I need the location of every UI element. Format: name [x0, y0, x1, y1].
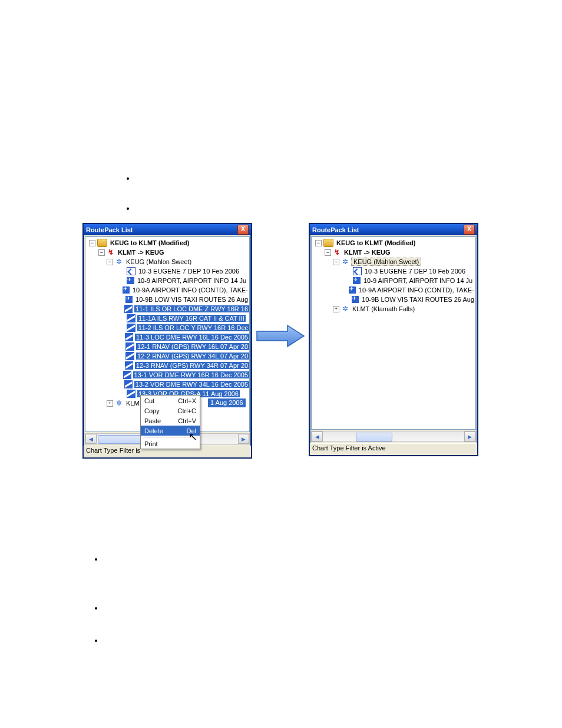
menu-item-print[interactable]: Print [141, 439, 200, 449]
tree-chart[interactable]: 11-1A ILS RWY 16R CAT II & CAT III [87, 314, 249, 323]
tree-label: 11-1A ILS RWY 16R CAT II & CAT III [137, 315, 246, 322]
menu-label: Paste [144, 417, 178, 424]
tree-view[interactable]: KEUG to KLMT (Modified) ↯ KLMT -> KEUG ✲… [311, 236, 476, 430]
scroll-left-button[interactable]: ◀ [85, 434, 97, 444]
expander-icon[interactable] [107, 400, 113, 407]
tree-chart[interactable]: 12-3 RNAV (GPS) RWY 34R 07 Apr 20 [87, 361, 249, 370]
tree-chart[interactable]: 12-1 RNAV (GPS) RWY 16L 07 Apr 20 [87, 342, 249, 351]
tree-label: 10-9A AIRPORT INFO (CONTD), TAKE- [358, 286, 475, 294]
expander-icon[interactable] [89, 240, 95, 246]
scroll-track[interactable] [323, 432, 464, 441]
horizontal-scrollbar[interactable]: ◀ ▶ [311, 431, 476, 442]
tree-airport[interactable]: ✲ KEUG (Mahlon Sweet) [313, 257, 475, 266]
menu-item-delete[interactable]: DeleteDel [141, 426, 200, 436]
tree-chart[interactable]: 10-9A AIRPORT INFO (CONTD), TAKE- [313, 285, 475, 295]
close-button[interactable]: X [464, 225, 475, 235]
menu-shortcut: Ctrl+X [178, 397, 196, 404]
tree-chart[interactable]: 10-3 EUGENE 7 DEP 10 Feb 2006 [87, 266, 249, 276]
tree-label: KLMT -> KEUG [117, 249, 166, 256]
chart-icon [125, 342, 134, 351]
airport-icon [125, 296, 133, 303]
tree-label: 11-3 LOC DME RWY 16L 16 Dec 2005 [135, 334, 249, 341]
tree-label: KLMT -> KEUG [343, 249, 392, 256]
tree-chart[interactable]: 10-9A AIRPORT INFO (CONTD), TAKE- [87, 285, 249, 295]
arrow-icon [256, 323, 306, 349]
menu-item-cut[interactable]: CutCtrl+X [141, 396, 200, 406]
svg-marker-0 [257, 325, 304, 347]
tree-route[interactable]: ↯ KLMT -> KEUG [313, 248, 475, 257]
chart-icon [123, 371, 131, 379]
tree-chart[interactable]: 13-2 VOR DME RWY 34L 16 Dec 2005 [87, 380, 249, 389]
folder-icon [323, 239, 333, 247]
context-menu[interactable]: CutCtrl+XCopyCtrl+CPasteCtrl+VDeleteDel … [140, 395, 200, 449]
status-bar: Chart Type Filter is Active [310, 443, 477, 455]
menu-item-copy[interactable]: CopyCtrl+C [141, 406, 200, 416]
expander-icon[interactable] [315, 240, 322, 246]
departure-icon [353, 267, 362, 275]
tree-label: 13-2 VOR DME RWY 34L 16 Dec 2005 [134, 381, 249, 388]
tree-root[interactable]: KEUG to KLMT (Modified) [313, 238, 475, 248]
tree-chart[interactable]: 10-9B LOW VIS TAXI ROUTES 26 Aug [313, 295, 475, 304]
tree-route[interactable]: ↯ KLMT -> KEUG [87, 248, 249, 257]
gear-icon: ✲ [115, 258, 123, 266]
scroll-right-button[interactable]: ▶ [238, 434, 249, 444]
tree-chart[interactable]: 12-2 RNAV (GPS) RWY 34L 07 Apr 20 [87, 351, 249, 361]
tree-chart[interactable]: 10-9B LOW VIS TAXI ROUTES 26 Aug [87, 295, 249, 304]
tree-chart[interactable]: 10-9 AIRPORT, AIRPORT INFO 14 Ju [87, 276, 249, 285]
tree-label: KLM [125, 400, 141, 407]
tree-chart[interactable]: 13-1 VOR DME RWY 16R 16 Dec 2005 [87, 370, 249, 380]
menu-separator [143, 437, 198, 437]
tree-label: 10-9 AIRPORT, AIRPORT INFO 14 Ju [362, 277, 474, 284]
tree-chart[interactable]: 10-3 EUGENE 7 DEP 10 Feb 2006 [313, 266, 475, 276]
airport-icon [352, 296, 359, 303]
tree-label: 12-3 RNAV (GPS) RWY 34R 07 Apr 20 [135, 362, 249, 369]
menu-item-paste[interactable]: PasteCtrl+V [141, 416, 200, 426]
scroll-right-button[interactable]: ▶ [464, 431, 475, 442]
tree-label: 11-2 ILS OR LOC Y RWY 16R 16 Dec [137, 324, 249, 331]
menu-shortcut: Ctrl+V [178, 417, 196, 424]
tree-label: 10-3 EUGENE 7 DEP 10 Feb 2006 [363, 268, 467, 275]
menu-label: Copy [144, 407, 178, 414]
tree-label: KEUG to KLMT (Modified) [335, 239, 416, 246]
tree-airport[interactable]: ✲ KEUG (Mahlon Sweet) [87, 257, 249, 266]
tree-airport[interactable]: ✲ KLMT (Klamath Falls) [313, 304, 475, 314]
window-title: RoutePack List [86, 226, 237, 233]
tree-label: KEUG (Mahlon Sweet) [351, 258, 421, 266]
scroll-thumb[interactable] [356, 433, 392, 442]
expander-icon[interactable] [333, 306, 339, 312]
scroll-thumb[interactable] [98, 435, 146, 444]
airport-icon [127, 277, 134, 284]
tree-label: 12-1 RNAV (GPS) RWY 16L 07 Apr 20 [136, 343, 249, 350]
tree-label: KLMT (Klamath Falls) [351, 305, 416, 312]
gear-icon: ✲ [341, 305, 349, 313]
status-text: Chart Type Filter is [86, 447, 140, 454]
window-title: RoutePack List [312, 226, 464, 233]
titlebar[interactable]: RoutePack List X [310, 224, 477, 235]
chart-icon [125, 361, 133, 370]
tree-chart[interactable]: 11-1 ILS OR LOC DME Z RWY 16R 16 [87, 304, 249, 314]
airport-icon [123, 286, 130, 294]
gear-icon: ✲ [341, 258, 349, 266]
tree-root[interactable]: KEUG to KLMT (Modified) [87, 238, 249, 248]
tree-label: 10-3 EUGENE 7 DEP 10 Feb 2006 [137, 268, 240, 275]
close-button[interactable]: X [237, 225, 249, 235]
expander-icon[interactable] [325, 249, 331, 256]
expander-icon[interactable] [98, 249, 105, 256]
tree-chart[interactable]: 11-3 LOC DME RWY 16L 16 Dec 2005 [87, 332, 249, 342]
chart-icon [127, 324, 135, 332]
folder-icon [97, 239, 107, 247]
status-text: Chart Type Filter is Active [312, 444, 386, 452]
titlebar[interactable]: RoutePack List X [84, 224, 251, 235]
airport-icon [349, 286, 356, 294]
chart-icon [127, 314, 135, 322]
expander-icon[interactable] [333, 259, 339, 265]
extra-date-highlight: 1 Aug 2006 [208, 398, 246, 407]
tree-chart[interactable]: 10-9 AIRPORT, AIRPORT INFO 14 Ju [313, 276, 475, 285]
menu-shortcut: Del [186, 427, 196, 434]
tree-label: 13-1 VOR DME RWY 16R 16 Dec 2005 [133, 371, 249, 378]
tree-chart[interactable]: 11-2 ILS OR LOC Y RWY 16R 16 Dec [87, 323, 249, 332]
tree-label: 10-9B LOW VIS TAXI ROUTES 26 Aug [361, 296, 475, 303]
expander-icon[interactable] [107, 259, 113, 265]
scroll-left-button[interactable]: ◀ [312, 431, 323, 442]
routepack-list-window-right: RoutePack List X KEUG to KLMT (Modified)… [309, 223, 478, 456]
